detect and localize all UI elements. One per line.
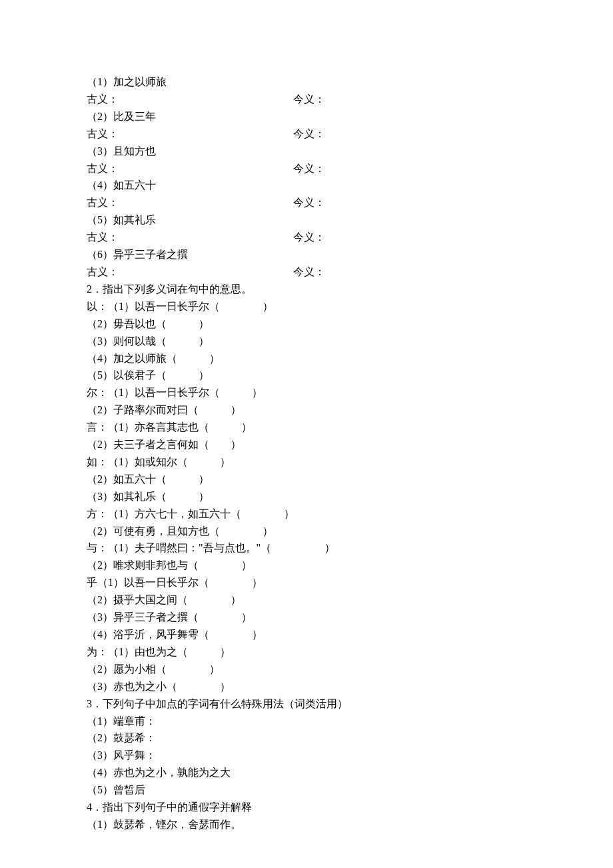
- ancient-meaning-label: 古义：: [87, 125, 293, 143]
- ancient-modern-row: 古义：今义：: [87, 160, 526, 177]
- polysemy-item: 以：（1）以吾一日长乎尔（ ）: [87, 298, 526, 315]
- word-class-item: （2）鼓瑟希：: [87, 729, 526, 747]
- polysemy-item: （5）以俟君子（ ）: [87, 367, 526, 384]
- word-class-item: （5）曾皙后: [87, 781, 526, 799]
- polysemy-item: （3）异乎三子者之撰（ ）: [87, 609, 526, 626]
- ancient-modern-row: 古义：今义：: [87, 263, 526, 281]
- polysemy-item: 言：（1）亦各言其志也（ ）: [87, 419, 526, 436]
- section-ancient-modern: （1）加之以师旅古义：今义：（2）比及三年古义：今义：（3）且知方也古义：今义：…: [87, 73, 526, 281]
- ancient-modern-item: （4）如五六十: [87, 177, 526, 194]
- polysemy-item: （2）摄乎大国之间（ ）: [87, 591, 526, 609]
- modern-meaning-label: 今义：: [293, 160, 526, 177]
- ancient-meaning-label: 古义：: [87, 194, 293, 211]
- polysemy-item: （3）则何以哉（ ）: [87, 333, 526, 350]
- polysemy-item: （4）浴乎沂，风乎舞雩（ ）: [87, 626, 526, 643]
- modern-meaning-label: 今义：: [293, 91, 526, 108]
- word-class-item: （1）端章甫：: [87, 713, 526, 730]
- modern-meaning-label: 今义：: [293, 263, 526, 281]
- polysemy-item: （3）赤也为之小（ ）: [87, 678, 526, 695]
- ancient-meaning-label: 古义：: [87, 160, 293, 177]
- word-class-item: （3）风乎舞：: [87, 747, 526, 764]
- section-word-class: （1）端章甫：（2）鼓瑟希：（3）风乎舞：（4）赤也为之小，孰能为之大（5）曾皙…: [87, 713, 526, 799]
- ancient-meaning-label: 古义：: [87, 229, 293, 246]
- ancient-modern-row: 古义：今义：: [87, 91, 526, 108]
- polysemy-item: （2）毋吾以也（ ）: [87, 315, 526, 333]
- modern-meaning-label: 今义：: [293, 229, 526, 246]
- polysemy-item: （2）子路率尔而对曰（ ）: [87, 401, 526, 419]
- modern-meaning-label: 今义：: [293, 194, 526, 211]
- polysemy-item: （4）加之以师旅（ ）: [87, 350, 526, 367]
- section4-heading: 4．指出下列句子中的通假字并解释: [87, 799, 526, 816]
- polysemy-item: 尔：（1）以吾一日长乎尔（ ）: [87, 384, 526, 401]
- polysemy-item: （2）可使有勇，且知方也（ ）: [87, 523, 526, 540]
- ancient-modern-row: 古义：今义：: [87, 194, 526, 211]
- ancient-modern-item: （5）如其礼乐: [87, 211, 526, 229]
- word-class-item: （4）赤也为之小，孰能为之大: [87, 764, 526, 781]
- ancient-meaning-label: 古义：: [87, 263, 293, 281]
- ancient-modern-item: （3）且知方也: [87, 143, 526, 160]
- polysemy-item: （2）夫三子者之言何如（ ）: [87, 436, 526, 453]
- ancient-modern-item: （6）异乎三子者之撰: [87, 246, 526, 263]
- polysemy-item: （3）如其礼乐（ ）: [87, 488, 526, 505]
- ancient-modern-item: （1）加之以师旅: [87, 73, 526, 91]
- polysemy-item: （2）如五六十（ ）: [87, 471, 526, 488]
- section3-heading: 3．下列句子中加点的字词有什么特殊用法（词类活用）: [87, 695, 526, 713]
- modern-meaning-label: 今义：: [293, 125, 526, 143]
- polysemy-item: 为：（1）由也为之（ ）: [87, 643, 526, 661]
- polysemy-item: 方：（1）方六七十，如五六十（ ）: [87, 505, 526, 523]
- section2-heading: 2．指出下列多义词在句中的意思。: [87, 281, 526, 298]
- polysemy-item: （2）愿为小相（ ）: [87, 661, 526, 678]
- ancient-meaning-label: 古义：: [87, 91, 293, 108]
- polysemy-item: （2）唯求则非邦也与（ ）: [87, 557, 526, 574]
- ancient-modern-item: （2）比及三年: [87, 108, 526, 125]
- ancient-modern-row: 古义：今义：: [87, 125, 526, 143]
- section-tongjia: （1）鼓瑟希，铿尔，舍瑟而作。: [87, 816, 526, 833]
- tongjia-item: （1）鼓瑟希，铿尔，舍瑟而作。: [87, 816, 526, 833]
- section-polysemy: 以：（1）以吾一日长乎尔（ ）（2）毋吾以也（ ）（3）则何以哉（ ）（4）加之…: [87, 298, 526, 695]
- document-page: （1）加之以师旅古义：今义：（2）比及三年古义：今义：（3）且知方也古义：今义：…: [0, 0, 613, 868]
- polysemy-item: 如：（1）如或知尔（ ）: [87, 453, 526, 471]
- polysemy-item: 与：（1）夫子喟然曰："吾与点也。"（ ）: [87, 539, 526, 557]
- ancient-modern-row: 古义：今义：: [87, 229, 526, 246]
- polysemy-item: 乎（1）以吾一日长乎尔（ ）: [87, 574, 526, 591]
